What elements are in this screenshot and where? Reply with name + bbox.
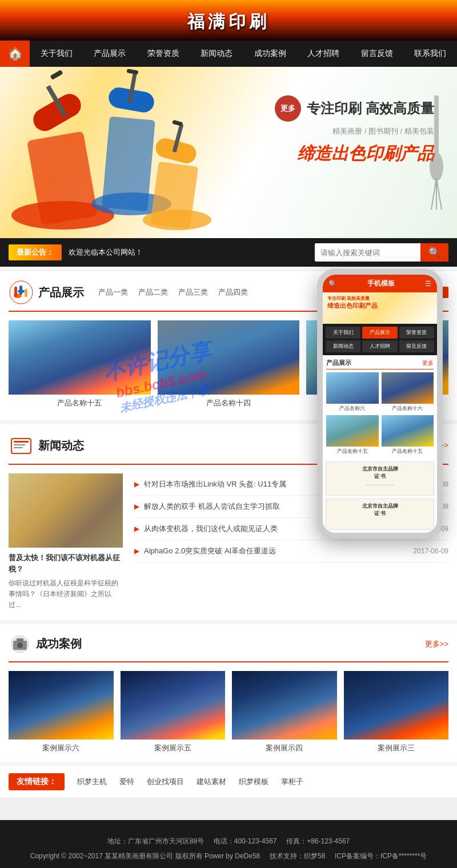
footer-spacer [0,797,457,820]
phone-prod-4[interactable]: 产品名称十五 [382,415,434,455]
banner-title2: 缔造出色印刷产品 [275,142,434,166]
banner-subtitle: 精美画册 / 图书期刊 / 精美包装 [275,126,434,136]
svg-rect-29 [14,447,23,448]
product-card-1[interactable]: 产品名称十五 [9,320,151,408]
banner-illustration [0,67,246,238]
phone-search-icon: 🔍 [328,280,337,288]
case-name-1: 案例展示六 [9,743,114,753]
products-tab-4[interactable]: 产品四类 [218,287,248,298]
cases-icon [9,633,31,656]
phone-prod-1[interactable]: 产品名称六 [326,372,379,412]
nav-item-products[interactable]: 产品展示 [86,41,134,67]
svg-rect-4 [50,70,63,80]
phone-prod-2[interactable]: 产品名称十六 [382,372,434,412]
banner: 更多 专注印刷 高效高质量 精美画册 / 图书期刊 / 精美包装 缔造出色印刷产… [0,67,457,238]
search-box: 🔍 [315,243,448,262]
svg-rect-26 [11,439,31,453]
news-title: 新闻动态 [38,438,84,453]
nav-item-cases[interactable]: 成功案例 [246,41,294,67]
nav-item-news[interactable]: 新闻动态 [193,41,240,67]
phone-nav-grid: 关于我们 产品展示 荣誉资质 新闻动态 人才招聘 留言反馈 [323,324,437,355]
phone-nav-about[interactable]: 关于我们 [326,327,360,339]
case-card-3[interactable]: 案例展示四 [232,671,337,753]
phone-section-title: 产品展示 [326,359,351,367]
case-card-2[interactable]: 案例展示五 [121,671,226,753]
phone-banner-small: 专注印刷 高效高质量 缔造出色印刷产品 [323,292,437,324]
main-nav: 🏠 关于我们 产品展示 荣誉资质 新闻动态 成功案例 人才招聘 留言反馈 联系我… [0,41,457,67]
friend-link-6[interactable]: 掌柜子 [281,777,303,787]
nav-item-contact[interactable]: 联系我们 [406,41,454,67]
news-bullet-2: ▶ [134,503,139,511]
nav-item-about[interactable]: 关于我们 [33,41,81,67]
phone-cert: 北京市自主品牌 证 书 - - - - - - - - - - [326,461,434,496]
announce-text: 欢迎光临本公司网站！ [69,247,308,258]
nav-item-honor[interactable]: 荣誉资质 [139,41,187,67]
banner-badge: 更多 [275,95,301,122]
svg-rect-6 [102,116,155,211]
phone-nav-honor[interactable]: 荣誉资质 [399,327,434,339]
phone-nav-products[interactable]: 产品展示 [362,327,397,339]
phone-outer: 🔍 手机模板 ☰ 专注印刷 高效高质量 缔造出色印刷产品 关于我们 产品展示 荣… [317,269,443,539]
case-card-4[interactable]: 案例展示三 [344,671,449,753]
phone-products: 产品展示 更多 产品名称六 产品名称十六 [323,355,437,459]
svg-line-19 [436,178,442,210]
case-name-2: 案例展示五 [121,743,226,753]
banner-text: 更多 专注印刷 高效高质量 精美画册 / 图书期刊 / 精美包装 缔造出色印刷产… [275,95,434,166]
phone-mockup-container: 🔍 手机模板 ☰ 专注印刷 高效高质量 缔造出色印刷产品 关于我们 产品展示 荣… [306,269,454,539]
products-tab-1[interactable]: 产品一类 [98,287,128,298]
product-card-2[interactable]: 产品名称十四 [158,320,300,408]
phone-cert-2: 北京市自主品牌 证 书 [326,499,434,530]
nav-item-recruit[interactable]: 人才招聘 [299,41,347,67]
products-grid-wrapper: 产品名称十五 产品名称十四 产品名称十三 🔍 手机模板 ☰ [9,320,448,408]
phone-header-title: 手机模板 [367,279,395,288]
phone-more[interactable]: 更多 [422,359,434,367]
phone-nav-news[interactable]: 新闻动态 [326,340,360,352]
phone-menu-icon: ☰ [425,280,431,288]
products-title: 产品展示 [38,285,84,300]
phone-screen: 🔍 手机模板 ☰ 专注印刷 高效高质量 缔造出色印刷产品 关于我们 产品展示 荣… [323,275,437,533]
cases-title: 成功案例 [36,636,82,652]
news-featured-img [9,473,123,548]
case-name-4: 案例展示三 [344,743,449,753]
phone-nav-recruit[interactable]: 人才招聘 [362,340,397,352]
friend-link-1[interactable]: 织梦主机 [77,777,107,787]
banner-title1: 专注印刷 高效高质量 [307,99,434,118]
svg-point-32 [17,642,23,648]
nav-home[interactable]: 🏠 [0,41,30,67]
product-img-2 [158,320,300,395]
footer-copyright: Copyright © 2002~2017 某某精美画册有限公司 版权所有 Po… [9,849,448,863]
products-tab-3[interactable]: 产品三类 [178,287,208,298]
footer: 地址：广东省广州市天河区88号 电话：400-123-4567 传真：+86-1… [0,820,457,868]
news-icon [9,433,34,458]
svg-point-16 [430,152,443,181]
friend-link-2[interactable]: 爱特 [119,777,134,787]
svg-rect-28 [14,444,25,445]
case-card-1[interactable]: 案例展示六 [9,671,114,753]
footer-fax: 传真：+86-123-4567 [286,837,350,845]
cases-grid: 案例展示六 案例展示五 案例展示四 案例展示三 [9,671,448,753]
svg-rect-25 [25,289,27,297]
case-img-3 [232,671,337,740]
search-input[interactable] [315,243,420,262]
news-item-date-4: 2017-06-09 [414,547,448,555]
cases-section: 成功案例 更多>> 案例展示六 案例展示五 案例展示四 案例展示三 [0,624,457,762]
friend-link-5[interactable]: 织梦模板 [239,777,268,787]
news-item-4[interactable]: ▶ AlphaGo 2.0突实质突破 AI革命任重道远 2017-06-09 [134,540,448,562]
nav-item-feedback[interactable]: 留言反馈 [353,41,401,67]
phone-prod-3[interactable]: 产品名称十五 [326,415,379,455]
svg-rect-33 [17,638,23,642]
search-button[interactable]: 🔍 [420,243,448,262]
news-bullet-1: ▶ [134,480,139,488]
case-img-4 [344,671,449,740]
product-img-1 [9,320,151,395]
friend-link-4[interactable]: 建站素材 [197,777,226,787]
cases-more[interactable]: 更多>> [425,639,448,649]
news-bullet-3: ▶ [134,525,139,533]
svg-rect-14 [172,120,183,126]
case-img-2 [121,671,226,740]
products-tab-2[interactable]: 产品二类 [138,287,168,298]
brush-decoration [420,95,454,210]
friend-link-3[interactable]: 创业找项目 [147,777,184,787]
svg-line-17 [431,178,436,210]
phone-nav-feedback[interactable]: 留言反馈 [399,340,434,352]
